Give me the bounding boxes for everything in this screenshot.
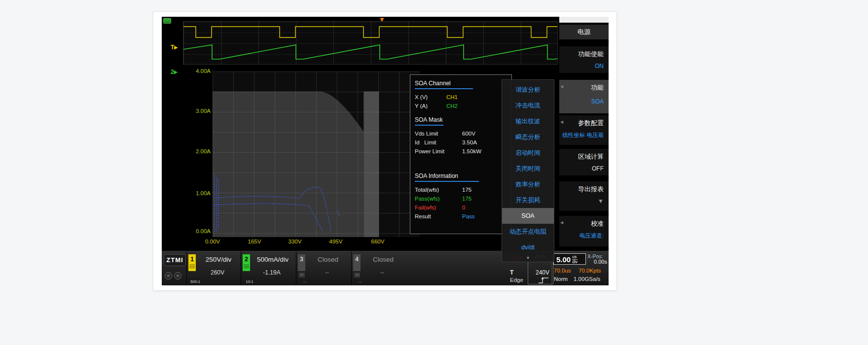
function-arrow-icon: ◀ <box>560 84 563 89</box>
channel-2-badge[interactable]: 2 <box>243 254 250 271</box>
channel-2-ground-icon <box>244 265 249 269</box>
function-enable-value: ON <box>559 59 609 69</box>
acquisition-mode[interactable]: Norm <box>554 276 568 282</box>
x-tick-330v: 330V <box>282 239 308 244</box>
channel-2-probe: 10:1 <box>241 279 258 284</box>
ch2-ground-marker[interactable]: 2▶ <box>171 69 178 75</box>
rising-edge-icon <box>538 276 549 284</box>
channel-3-block[interactable]: 3 – -:- Closed -- <box>296 251 351 285</box>
sidebar-top-strip <box>559 17 609 23</box>
channel-1-offset: 260V <box>197 269 238 276</box>
sidebar-item-function-enable[interactable]: 功能使能 ON <box>559 46 609 73</box>
trigger-level-marker[interactable]: T▶ <box>171 44 178 51</box>
soa-y-value: CH2 <box>446 102 458 110</box>
result-value: Pass <box>462 212 475 221</box>
vendor-logo-icon <box>163 18 171 24</box>
menu-item-startup-time[interactable]: 启动时间 <box>502 145 554 161</box>
ch2-trace <box>183 22 557 64</box>
channel-4-number: 4 <box>353 254 361 264</box>
sidebar-item-export-report[interactable]: 导出报表 ▼ <box>559 181 609 211</box>
function-label: 功能 <box>559 80 609 92</box>
soa-info-panel: SOA Channel X (V) CH1 Y (A) CH2 SOA Mask… <box>410 74 512 234</box>
probe-icon-2[interactable] <box>174 272 181 279</box>
ch2-marker-label: 2 <box>171 69 174 75</box>
channel-1-badge[interactable]: 1 <box>188 254 196 271</box>
menu-item-harmonics[interactable]: 谐波分析 <box>502 82 554 98</box>
record-length: 70.0Kpts <box>579 268 601 274</box>
channel-1-scale: 250V/div <box>197 256 240 263</box>
power-limit-row: Power Limit 1.50kW <box>415 147 507 156</box>
menu-item-efficiency[interactable]: 效率分析 <box>502 176 554 192</box>
channel-3-scale: Closed <box>306 256 350 263</box>
id-limit-row: Id Limit 3.50A <box>415 138 507 147</box>
page-background: ▼ T▶ 2▶ 4.00A 3.00A 2.00A 1.00A 0.00A <box>0 0 868 345</box>
soa-x-row: X (V) CH1 <box>415 93 507 102</box>
trigger-type-label[interactable]: Edge <box>510 277 523 283</box>
menu-item-soa[interactable]: SOA <box>502 208 554 224</box>
sidebar-item-area-calc[interactable]: 区域计算 OFF <box>559 149 609 175</box>
pass-wfs-row: Pass(wfs) 175 <box>415 194 507 203</box>
menu-item-dvdt[interactable]: dv/dt <box>502 240 554 255</box>
export-report-label: 导出报表 <box>559 181 609 194</box>
soa-mask-title: SOA Mask <box>415 116 507 123</box>
channel-1-ground-icon <box>189 265 195 269</box>
sidebar-item-calibration[interactable]: ◀ 校准 电压通道: <box>559 216 609 246</box>
total-wfs-row: Total(wfs) 175 <box>415 185 507 194</box>
timebase-unit-bottom: div <box>572 260 578 264</box>
channel-1-number: 1 <box>188 254 196 264</box>
pass-wfs-label: Pass(wfs) <box>415 194 462 203</box>
menu-item-dynamic-on-resistance[interactable]: 动态开点电阻 <box>502 224 554 240</box>
menu-scroll-down-icon[interactable]: ▾ <box>502 255 554 262</box>
function-enable-label: 功能使能 <box>559 46 609 59</box>
soa-channel-title: SOA Channel <box>415 80 507 87</box>
x-tick-165v: 165V <box>242 239 267 244</box>
soa-trace <box>213 71 420 237</box>
soa-information-title: SOA Information <box>415 172 507 179</box>
function-value: SOA <box>559 92 609 105</box>
parameter-config-label: 参数配置 <box>559 115 609 128</box>
channel-4-block[interactable]: 4 – -:- Closed -- <box>351 251 406 285</box>
channel-1-probe: 500:1 <box>187 279 204 284</box>
channel-2-block[interactable]: 2 10:1 500mA/div -1.19A <box>241 251 296 285</box>
menu-item-switching-loss[interactable]: 开关损耗 <box>502 192 554 208</box>
id-limit-label: Id Limit <box>415 138 462 147</box>
sidebar-menu: 电源 功能使能 ON ◀ 功能 SOA ◀ 参数配置 线性坐标 电压最 区域计算 <box>559 17 609 251</box>
screenshot-card: ▼ T▶ 2▶ 4.00A 3.00A 2.00A 1.00A 0.00A <box>153 11 617 291</box>
x-tick-660v: 660V <box>365 239 391 244</box>
menu-item-transient-analysis[interactable]: 瞬态分析 <box>502 129 554 145</box>
menu-item-inrush-current[interactable]: 冲击电流 <box>502 98 554 113</box>
channel-4-scale: Closed <box>362 256 405 263</box>
soa-y-row: Y (A) CH2 <box>415 102 507 110</box>
channel-4-offset: -- <box>362 269 403 276</box>
soa-x-value: CH1 <box>446 93 458 102</box>
calibration-value: 电压通道: <box>559 228 609 240</box>
trigger-level-value[interactable]: 240V <box>530 269 551 276</box>
timebase-scale-box[interactable]: 5.00 us div <box>553 253 586 265</box>
soa-plot-area <box>213 71 420 237</box>
x-tick-495v: 495V <box>323 239 349 244</box>
channel-4-badge[interactable]: 4 <box>353 254 361 271</box>
sidebar-item-function[interactable]: ◀ 功能 SOA <box>559 80 609 113</box>
total-wfs-value: 175 <box>462 185 471 194</box>
xpos-value[interactable]: 0.00s <box>586 259 607 265</box>
menu-item-shutdown-time[interactable]: 关闭时间 <box>502 161 554 176</box>
menu-item-output-ripple[interactable]: 输出纹波 <box>502 113 554 129</box>
soa-x-label: X (V) <box>415 93 446 102</box>
soa-information-underline <box>415 181 479 182</box>
export-report-chevron-icon: ▼ <box>559 194 609 205</box>
soa-y-label: Y (A) <box>415 102 446 110</box>
power-limit-value: 1.50kW <box>462 147 481 156</box>
sidebar-item-parameter-config[interactable]: ◀ 参数配置 线性坐标 电压最 <box>559 115 609 145</box>
parameter-arrow-icon: ◀ <box>560 120 563 124</box>
parameter-config-value: 线性坐标 电压最 <box>559 128 609 139</box>
channel-3-badge[interactable]: 3 <box>298 254 305 271</box>
channel-1-block[interactable]: 1 500:1 250V/div 260V <box>186 251 241 285</box>
fail-wfs-label: Fail(wfs) <box>415 203 462 212</box>
total-wfs-label: Total(wfs) <box>415 185 462 194</box>
x-tick-0v: 0.00V <box>200 239 225 244</box>
channel-3-number: 3 <box>298 254 305 264</box>
trigger-position-icon[interactable]: ▼ <box>379 17 385 23</box>
probe-icon-1[interactable] <box>165 272 172 279</box>
y-tick-3a: 3.00A <box>190 108 211 114</box>
timebase-block: 5.00 us div X-Pos: 0.00s 70.0us 70.0Kpts… <box>551 251 609 285</box>
